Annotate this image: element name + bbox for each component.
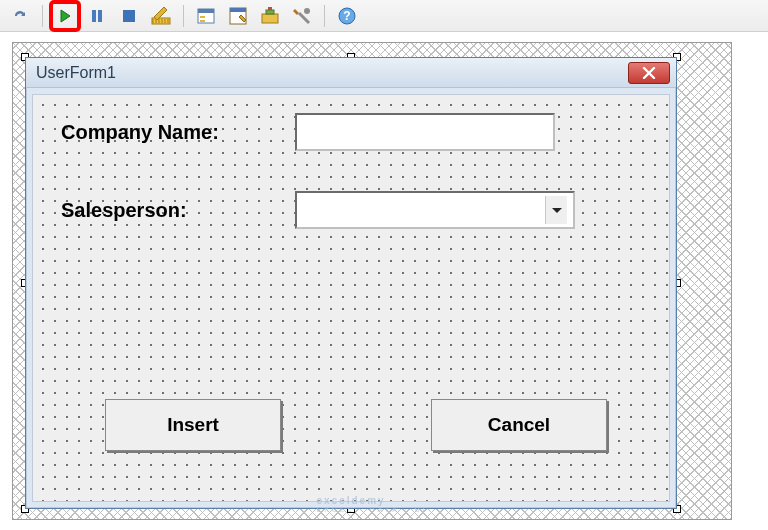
company-name-textbox[interactable] [295, 113, 555, 151]
userform-window[interactable]: UserForm1 Company Name: Salesperson: [25, 57, 677, 509]
svg-rect-5 [198, 9, 214, 13]
userform-body[interactable]: Company Name: Salesperson: Insert Cancel [32, 94, 670, 502]
company-name-label: Company Name: [61, 121, 219, 144]
project-explorer-button[interactable] [192, 2, 220, 30]
stop-icon [122, 9, 136, 23]
toolbox-icon [260, 6, 280, 26]
close-button[interactable] [628, 62, 670, 84]
insert-button-label: Insert [167, 414, 219, 436]
stop-button[interactable] [115, 2, 143, 30]
options-button[interactable] [288, 2, 316, 30]
salesperson-combobox[interactable] [295, 191, 575, 229]
svg-rect-3 [152, 18, 170, 24]
svg-rect-12 [268, 7, 272, 10]
salesperson-label: Salesperson: [61, 199, 187, 222]
svg-rect-7 [200, 20, 205, 22]
hammer-wrench-icon [292, 6, 312, 26]
insert-button[interactable]: Insert [105, 399, 281, 451]
toolbar-separator [324, 5, 325, 27]
close-icon [641, 67, 657, 79]
form-designer-surface[interactable]: UserForm1 Company Name: Salesperson: [12, 42, 732, 520]
combobox-dropdown-button[interactable] [545, 196, 567, 224]
properties-window-button[interactable] [224, 2, 252, 30]
project-explorer-icon [196, 6, 216, 26]
svg-text:?: ? [343, 9, 350, 23]
design-mode-button[interactable] [147, 2, 175, 30]
svg-point-13 [304, 8, 310, 14]
ruler-pencil-icon [151, 6, 171, 26]
cancel-button[interactable]: Cancel [431, 399, 607, 451]
svg-rect-1 [98, 10, 102, 22]
redo-icon [11, 7, 29, 25]
userform-title: UserForm1 [36, 64, 116, 82]
toolbar: ? [0, 0, 768, 32]
redo-button[interactable] [6, 2, 34, 30]
toolbar-separator [183, 5, 184, 27]
svg-rect-11 [266, 10, 274, 14]
play-icon [58, 9, 72, 23]
svg-rect-0 [92, 10, 96, 22]
svg-rect-6 [200, 16, 205, 18]
help-icon: ? [337, 6, 357, 26]
svg-rect-9 [230, 8, 246, 12]
svg-rect-2 [123, 10, 135, 22]
svg-rect-10 [262, 14, 278, 23]
userform-titlebar[interactable]: UserForm1 [26, 58, 676, 88]
toolbar-separator [42, 5, 43, 27]
help-button[interactable]: ? [333, 2, 361, 30]
properties-window-icon [228, 6, 248, 26]
cancel-button-label: Cancel [488, 414, 550, 436]
run-button[interactable] [51, 2, 79, 30]
pause-button[interactable] [83, 2, 111, 30]
chevron-down-icon [551, 201, 563, 219]
toolbox-button[interactable] [256, 2, 284, 30]
pause-icon [90, 9, 104, 23]
